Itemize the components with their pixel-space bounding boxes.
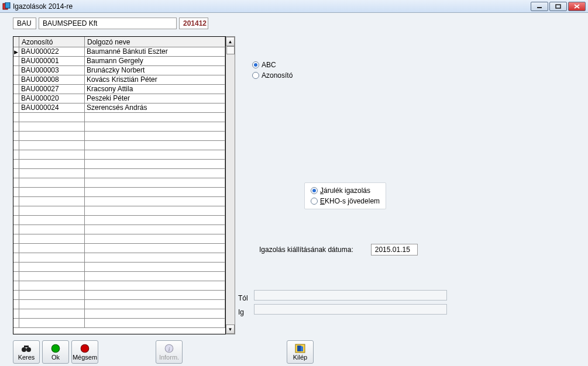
table-row[interactable] — [13, 225, 225, 234]
maximize-button[interactable] — [549, 2, 567, 11]
svg-rect-14 — [297, 346, 301, 351]
radio-icon — [252, 72, 259, 79]
inform-button[interactable]: i Inform. — [156, 340, 183, 364]
kilep-button[interactable]: Kilép — [287, 340, 314, 364]
radio-label: Járulék igazolás — [320, 187, 370, 195]
grid-header: Azonosító Dolgozó neve — [13, 37, 225, 47]
table-row[interactable]: BAU000003Brunáczky Norbert — [13, 66, 225, 75]
table-row[interactable] — [13, 281, 225, 291]
table-row[interactable] — [13, 309, 225, 319]
keres-label: Keres — [18, 354, 35, 361]
table-row[interactable]: BAU000008Kovács Krisztián Péter — [13, 75, 225, 85]
table-row[interactable] — [13, 319, 225, 328]
kilep-label: Kilép — [293, 354, 307, 361]
sort-radio-group: ABCAzonosító — [252, 61, 293, 80]
table-row[interactable] — [13, 150, 225, 160]
table-row[interactable]: BAU000027Kracsony Attila — [13, 85, 225, 94]
svg-rect-3 — [556, 5, 561, 8]
table-row[interactable]: BAU000024Szerencsés András — [13, 103, 225, 113]
ok-button[interactable]: Ok — [42, 340, 69, 364]
table-row[interactable] — [13, 244, 225, 253]
company-name-field[interactable]: BAUMSPEED Kft — [39, 18, 177, 29]
megsem-label: Mégsem — [73, 354, 97, 361]
cert-type-option-1[interactable]: EKHO-s jövedelem — [311, 197, 380, 205]
radio-icon — [311, 198, 318, 205]
binoculars-icon — [21, 344, 32, 353]
table-row[interactable] — [13, 141, 225, 150]
svg-rect-8 — [24, 346, 29, 347]
range-to-field[interactable] — [254, 304, 447, 315]
table-row[interactable] — [13, 188, 225, 197]
employee-grid[interactable]: Azonosító Dolgozó neve ▶BAU000022Baumann… — [13, 36, 226, 334]
table-row[interactable] — [13, 169, 225, 178]
megsem-button[interactable]: Mégsem — [71, 340, 98, 364]
table-row[interactable]: BAU000020Peszeki Péter — [13, 94, 225, 103]
keres-button[interactable]: Keres — [13, 340, 40, 364]
table-row[interactable]: ▶BAU000022Baumanné Bánkuti Eszter — [13, 47, 225, 57]
svg-line-5 — [575, 5, 579, 8]
sort-option-1[interactable]: Azonosító — [252, 71, 293, 80]
company-code-field[interactable]: BAU — [13, 18, 36, 29]
title-bar: Igazolások 2014-re — [0, 0, 588, 13]
table-row[interactable] — [13, 122, 225, 132]
radio-label: EKHO-s jövedelem — [320, 197, 380, 205]
sidebar-indicator[interactable] — [226, 46, 235, 54]
table-row[interactable] — [13, 197, 225, 206]
green-circle-icon — [50, 344, 61, 353]
svg-point-6 — [22, 347, 26, 352]
col-header-id[interactable]: Azonosító — [19, 37, 85, 47]
issue-date-label: Igazolás kiállításának dátuma: — [259, 246, 353, 254]
radio-icon — [252, 61, 259, 68]
range-to-label: Ig — [238, 308, 252, 316]
col-header-name[interactable]: Dolgozó neve — [85, 37, 225, 47]
cert-type-radio-group: Járulék igazolásEKHO-s jövedelem — [304, 182, 386, 209]
table-row[interactable] — [13, 300, 225, 309]
app-icon — [2, 2, 11, 11]
svg-line-4 — [575, 5, 579, 8]
scroll-up-button[interactable]: ▲ — [226, 37, 235, 46]
table-row[interactable] — [13, 234, 225, 244]
table-row[interactable] — [13, 216, 225, 225]
table-row[interactable] — [13, 291, 225, 300]
table-row[interactable] — [13, 253, 225, 263]
svg-point-7 — [26, 347, 31, 352]
scroll-down-button[interactable]: ▼ — [226, 324, 235, 334]
radio-icon — [311, 187, 318, 194]
svg-text:i: i — [168, 345, 170, 352]
inform-label: Inform. — [159, 354, 179, 361]
issue-date-field[interactable]: 2015.01.15 — [371, 244, 418, 255]
table-row[interactable] — [13, 132, 225, 141]
table-row[interactable] — [13, 272, 225, 281]
radio-label: ABC — [262, 61, 276, 69]
svg-point-10 — [81, 344, 89, 353]
sort-option-0[interactable]: ABC — [252, 61, 293, 69]
svg-rect-1 — [5, 2, 10, 8]
cert-type-option-0[interactable]: Járulék igazolás — [311, 187, 380, 195]
svg-point-9 — [51, 344, 60, 353]
close-button[interactable] — [568, 2, 586, 11]
minimize-button[interactable] — [531, 2, 548, 11]
range-from-field[interactable] — [254, 290, 447, 301]
period-field[interactable]: 201412 — [179, 18, 208, 29]
range-from-label: Tól — [238, 294, 252, 302]
ok-label: Ok — [51, 354, 60, 361]
table-row[interactable] — [13, 178, 225, 188]
grid-scrollbar[interactable]: ▲ ▼ — [226, 36, 235, 334]
table-row[interactable] — [13, 206, 225, 216]
window-title: Igazolások 2014-re — [13, 2, 529, 11]
info-icon: i — [164, 344, 174, 353]
table-row[interactable] — [13, 113, 225, 122]
table-row[interactable] — [13, 263, 225, 272]
radio-label: Azonosító — [262, 71, 293, 80]
red-circle-icon — [80, 344, 90, 353]
exit-door-icon — [295, 344, 305, 353]
table-row[interactable]: BAU000001Baumann Gergely — [13, 57, 225, 66]
table-row[interactable] — [13, 160, 225, 169]
